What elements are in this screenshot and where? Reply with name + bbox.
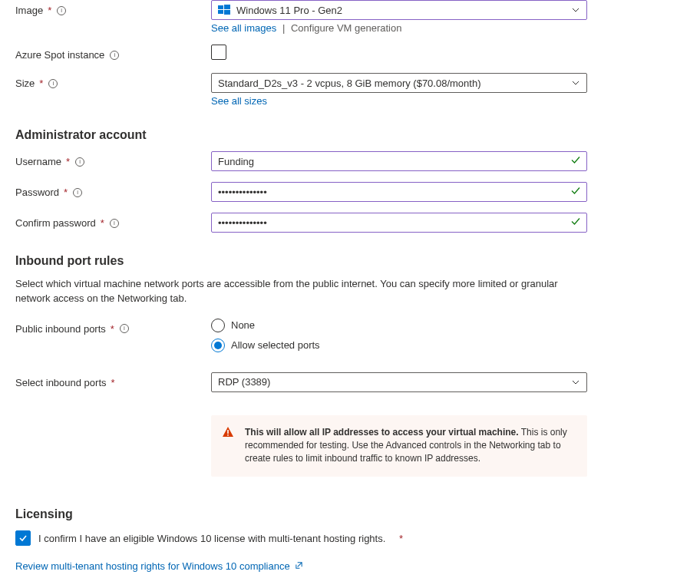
chevron-down-icon	[571, 78, 580, 88]
label-select-ports: Select inbound ports	[15, 377, 107, 388]
info-icon[interactable]: i	[73, 188, 82, 197]
spot-checkbox[interactable]	[211, 45, 226, 60]
radio-none-label: None	[231, 319, 255, 331]
svg-rect-0	[218, 5, 223, 9]
radio-icon-unselected	[211, 319, 225, 332]
size-value: Standard_D2s_v3 - 2 vcpus, 8 GiB memory …	[218, 78, 481, 89]
info-icon[interactable]: i	[110, 219, 119, 228]
review-compliance-link[interactable]: Review multi-tenant hosting rights for W…	[15, 560, 303, 572]
inbound-ports-select[interactable]: RDP (3389)	[211, 372, 587, 392]
check-icon	[570, 186, 581, 199]
required-star: *	[64, 187, 68, 198]
license-checkbox[interactable]	[15, 530, 31, 546]
size-select[interactable]: Standard_D2s_v3 - 2 vcpus, 8 GiB memory …	[211, 73, 587, 93]
password-input[interactable]	[211, 182, 587, 202]
see-all-sizes-link[interactable]: See all sizes	[211, 95, 267, 107]
svg-rect-1	[224, 5, 230, 9]
radio-none[interactable]: None	[211, 319, 587, 332]
info-icon[interactable]: i	[57, 6, 66, 15]
check-icon	[570, 155, 581, 168]
external-link-icon	[295, 560, 303, 572]
info-icon[interactable]: i	[120, 324, 129, 333]
svg-rect-5	[227, 434, 229, 436]
label-confirm-password: Confirm password	[15, 217, 96, 229]
svg-rect-2	[218, 10, 223, 14]
radio-allow-label: Allow selected ports	[231, 339, 320, 351]
info-icon[interactable]: i	[110, 51, 119, 60]
radio-allow[interactable]: Allow selected ports	[211, 339, 587, 352]
see-all-images-link[interactable]: See all images	[211, 22, 276, 34]
required-star: *	[101, 217, 104, 229]
inbound-heading: Inbound port rules	[15, 254, 700, 268]
required-star: *	[48, 5, 51, 16]
required-star: *	[39, 78, 43, 89]
info-icon[interactable]: i	[48, 79, 58, 88]
radio-icon-selected	[211, 339, 225, 352]
info-icon[interactable]: i	[75, 157, 84, 167]
warning-box: This will allow all IP addresses to acce…	[211, 415, 587, 477]
license-text: I confirm I have an eligible Windows 10 …	[38, 533, 385, 544]
svg-rect-3	[224, 10, 230, 15]
chevron-down-icon	[571, 378, 580, 387]
username-input[interactable]	[211, 151, 587, 171]
label-public-ports: Public inbound ports	[15, 323, 106, 335]
chevron-down-icon	[571, 5, 580, 15]
label-password: Password	[15, 187, 59, 198]
pipe-separator: |	[282, 22, 285, 34]
image-value: Windows 11 Pro - Gen2	[236, 5, 342, 16]
windows-icon	[218, 5, 230, 15]
label-spot: Azure Spot instance	[15, 49, 104, 61]
inbound-ports-value: RDP (3389)	[218, 376, 270, 388]
warning-icon	[222, 426, 234, 442]
check-icon	[570, 216, 581, 230]
image-select[interactable]: Windows 11 Pro - Gen2	[211, 0, 587, 20]
required-star: *	[111, 377, 115, 388]
licensing-heading: Licensing	[15, 507, 700, 521]
review-compliance-text: Review multi-tenant hosting rights for W…	[15, 560, 290, 572]
configure-vm-gen: Configure VM generation	[291, 22, 402, 34]
svg-rect-4	[227, 430, 229, 434]
label-image: Image	[15, 5, 43, 16]
warning-strong: This will allow all IP addresses to acce…	[245, 427, 519, 438]
confirm-password-input[interactable]	[211, 213, 587, 233]
inbound-desc: Select which virtual machine network por…	[15, 277, 568, 306]
required-star: *	[111, 323, 114, 335]
label-size: Size	[15, 78, 35, 89]
required-star: *	[399, 533, 403, 544]
admin-heading: Administrator account	[15, 128, 700, 142]
required-star: *	[66, 156, 70, 167]
label-username: Username	[15, 156, 61, 167]
